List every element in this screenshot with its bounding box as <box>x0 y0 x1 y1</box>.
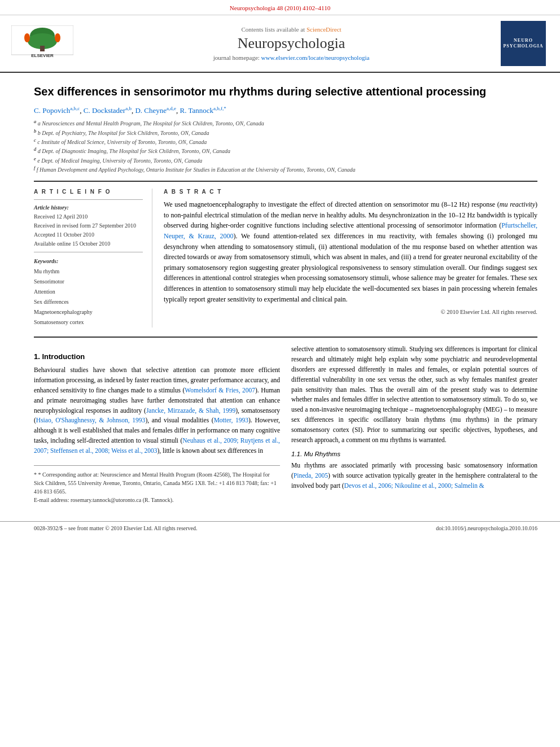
subsection-mu-para: Mu rhythms are associated primarily with… <box>291 461 537 491</box>
devos-ref[interactable]: Devos et al., 2006; Nikouline et al., 20… <box>344 482 484 489</box>
homepage-line: journal homepage: www.elsevier.com/locat… <box>85 54 498 61</box>
elsevier-logo-svg: ELSEVIER <box>11 25 73 59</box>
authors-line: C. Popovicha,b,c, C. Dockstadera,b, D. C… <box>34 106 537 115</box>
svg-point-5 <box>55 33 60 42</box>
abstract-heading: A B S T R A C T <box>164 189 537 195</box>
intro-heading: 1. Introduction <box>34 352 280 361</box>
received-date: Received 12 April 2010 <box>34 212 143 221</box>
doi-line: doi:10.1016/j.neuropsychologia.2010.10.0… <box>436 525 537 531</box>
main-content: Sex differences in sensorimotor mu rhyth… <box>0 73 560 516</box>
copyright: © 2010 Elsevier Ltd. All rights reserved… <box>164 309 537 315</box>
issn-line: 0028-3932/$ – see front matter © 2010 El… <box>34 525 197 531</box>
sciencedirect-line: Contents lists available at ScienceDirec… <box>85 26 498 33</box>
history-label: Article history: <box>34 203 143 212</box>
keywords-block: Keywords: Mu rhythm Sensorimotor Attenti… <box>34 258 143 327</box>
subsection-mu-rhythms: 1.1. Mu Rhythms <box>291 451 537 457</box>
journal-reference: Neuropsychologia 48 (2010) 4102–4110 <box>230 5 330 11</box>
journal-title-area: Contents lists available at ScienceDirec… <box>85 26 498 61</box>
received-revised: Received in revised form 27 September 20… <box>34 221 143 230</box>
hsiao-ref[interactable]: Hsiao, O'Shaughnessy, & Johnson, 1993 <box>36 417 146 423</box>
elsevier-logo-area: ELSEVIER <box>11 25 85 62</box>
journal-header: ELSEVIER Contents lists available at Sci… <box>0 15 560 73</box>
footnote-section: * * Corresponding author at: Neuroscienc… <box>34 465 280 504</box>
sciencedirect-link[interactable]: ScienceDirect <box>307 26 342 33</box>
pineda-ref[interactable]: Pineda, 2005 <box>294 472 328 479</box>
footnote-email: E-mail address: rosemary.tannock@utoront… <box>34 496 280 504</box>
keyword-attention: Attention <box>34 287 143 297</box>
svg-text:ELSEVIER: ELSEVIER <box>31 53 54 58</box>
journal-title: Neuropsychologia <box>85 35 498 52</box>
accepted-date: Accepted 11 October 2010 <box>34 230 143 239</box>
intro-paragraph-2: selective attention to somatosensory sti… <box>291 344 537 445</box>
neuhaus-ref[interactable]: Neuhaus et al., 2009; Ruytjens et al., 2… <box>34 437 280 454</box>
bottom-bar: 0028-3932/$ – see front matter © 2010 El… <box>0 521 560 535</box>
abstract-panel: A B S T R A C T We used magnetoencephalo… <box>164 189 537 327</box>
section-divider <box>34 181 537 182</box>
intro-paragraph-1: Behavioural studies have shown that sele… <box>34 365 280 456</box>
womelsdorf-ref[interactable]: Womelsdorf & Fries, 2007 <box>185 387 255 394</box>
journal-logo-area: NEURO PSYCHOLOGIA <box>498 21 549 66</box>
jancke-ref[interactable]: Jancke, Mirzazade, & Shah, 1999 <box>146 407 235 414</box>
affiliations: a a Neurosciences and Mental Health Prog… <box>34 119 537 174</box>
neuropsychologia-logo: NEURO PSYCHOLOGIA <box>501 21 546 66</box>
footnote-star: * * Corresponding author at: Neuroscienc… <box>34 470 280 496</box>
top-bar: Neuropsychologia 48 (2010) 4102–4110 <box>0 0 560 15</box>
keywords-label: Keywords: <box>34 258 143 264</box>
info-abstract-section: A R T I C L E I N F O Article history: R… <box>34 189 537 327</box>
homepage-url[interactable]: www.elsevier.com/locate/neuropsychologia <box>261 54 370 61</box>
keyword-sex: Sex differences <box>34 297 143 307</box>
motter-ref[interactable]: Motter, 1993 <box>214 417 248 423</box>
available-date: Available online 15 October 2010 <box>34 239 143 248</box>
body-right-col: selective attention to somatosensory sti… <box>291 344 537 504</box>
svg-point-4 <box>24 33 30 42</box>
body-section: 1. Introduction Behavioural studies have… <box>34 344 537 504</box>
keyword-sensorimotor: Sensorimotor <box>34 277 143 287</box>
article-history: Article history: Received 12 April 2010 … <box>34 199 143 252</box>
abstract-body: We used magnetoencephalography to invest… <box>164 199 537 304</box>
article-info-panel: A R T I C L E I N F O Article history: R… <box>34 189 152 327</box>
keyword-mu: Mu rhythm <box>34 267 143 277</box>
keyword-meg: Magnetoencephalography <box>34 307 143 317</box>
article-info-heading: A R T I C L E I N F O <box>34 189 143 195</box>
body-left-col: 1. Introduction Behavioural studies have… <box>34 344 280 504</box>
svg-rect-3 <box>40 46 45 51</box>
keyword-somatosensory: Somatosensory cortex <box>34 317 143 327</box>
pfurtscheller-ref[interactable]: Pfurtscheller, Neuper, & Krauz, 2000 <box>164 221 537 240</box>
article-title: Sex differences in sensorimotor mu rhyth… <box>34 84 537 99</box>
body-divider <box>34 337 537 338</box>
